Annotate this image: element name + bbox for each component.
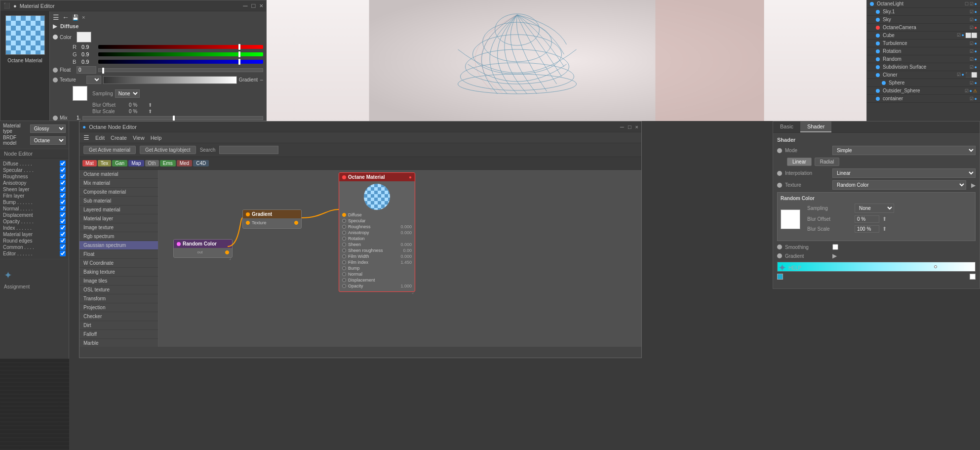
sheen-layer-checkbox[interactable]	[60, 186, 66, 192]
float-slider-thumb[interactable]	[102, 68, 104, 74]
displacement-in-port[interactable]	[342, 278, 346, 282]
random-color-out-port[interactable]	[225, 250, 229, 254]
mix-slider[interactable]	[82, 116, 263, 120]
node-list-float[interactable]: Float	[79, 250, 158, 259]
ne-minimize-button[interactable]: ─	[620, 124, 624, 130]
scene-item-cloner[interactable]: Cloner ☑ ● ⬛⬜	[867, 71, 980, 79]
roughness-channel-checkbox[interactable]	[60, 173, 66, 179]
rotation-in-port[interactable]	[342, 237, 346, 241]
b-slider[interactable]	[98, 60, 263, 64]
texture-radio[interactable]	[777, 183, 782, 188]
ne-menu-help[interactable]: Help	[151, 135, 162, 141]
node-list-material-layer[interactable]: Material layer	[79, 214, 158, 223]
radial-button[interactable]: Radial	[815, 158, 839, 166]
b-slider-thumb[interactable]	[238, 59, 240, 65]
editor-checkbox[interactable]	[60, 250, 66, 256]
specular-channel-checkbox[interactable]	[60, 167, 66, 173]
material-layer-checkbox[interactable]	[60, 231, 66, 237]
gradient-radio[interactable]	[777, 253, 782, 258]
scene-item-random[interactable]: Random ☑ ●	[867, 55, 980, 63]
get-active-material-button[interactable]: Get Active material	[83, 146, 136, 154]
sheen-roughness-in-port[interactable]	[342, 248, 346, 252]
node-list-projection[interactable]: Projection	[79, 303, 158, 312]
hamburger-menu-icon[interactable]: ☰	[83, 134, 89, 141]
node-list-composite-material[interactable]: Composite material	[79, 188, 158, 197]
mat-close-icon[interactable]: ×	[82, 14, 85, 20]
node-list-falloff[interactable]: Falloff	[79, 330, 158, 339]
mat-maximize-button[interactable]: □	[252, 2, 256, 9]
scene-item-cube[interactable]: Cube ☑ ● ⬜⬜	[867, 32, 980, 40]
scene-item-container[interactable]: container ☑ ●	[867, 95, 980, 103]
scene-item-octanelight[interactable]: OctaneLight ☐ ☑ ●	[867, 0, 980, 8]
node-list-checker[interactable]: Checker	[79, 312, 158, 321]
texture-expand-icon[interactable]: ▶	[971, 182, 976, 189]
common-checkbox[interactable]	[60, 244, 66, 250]
tab-mat[interactable]: Mat	[82, 160, 97, 166]
sp-blur-offset-input[interactable]	[855, 215, 879, 223]
ne-menu-edit[interactable]: Edit	[95, 135, 105, 141]
3d-viewport[interactable]	[267, 0, 866, 121]
sheen-in-port[interactable]	[342, 243, 346, 246]
float-input[interactable]	[77, 66, 96, 74]
gradient-out-port[interactable]	[294, 221, 298, 225]
node-list-mix-material[interactable]: Mix material	[79, 179, 158, 188]
displacement-checkbox[interactable]	[60, 212, 66, 218]
normal-in-port[interactable]	[342, 272, 346, 276]
gradient-minus-icon[interactable]: −	[260, 77, 263, 83]
diffuse-collapse-icon[interactable]: ▶	[53, 23, 57, 29]
float-slider[interactable]	[98, 68, 263, 72]
ne-maximize-button[interactable]: □	[628, 124, 631, 130]
mat-save-icon[interactable]: 💾	[72, 14, 79, 21]
scene-item-turbulence[interactable]: Turbulence ☑ ●	[867, 40, 980, 47]
node-list-osl-texture[interactable]: OSL texture	[79, 286, 158, 294]
texture-select[interactable]	[86, 76, 101, 84]
sp-blur-scale-input[interactable]	[855, 225, 879, 233]
material-type-select[interactable]: Glossy	[30, 124, 66, 133]
node-list-baking-texture[interactable]: Baking texture	[79, 268, 158, 277]
gradient-stop-left[interactable]	[777, 274, 783, 280]
gradient-position-marker[interactable]	[934, 265, 937, 268]
roughness-in-port[interactable]	[342, 225, 346, 229]
film-width-in-port[interactable]	[342, 254, 346, 258]
random-color-node[interactable]: Random Color out ⌟	[173, 239, 233, 258]
tab-oth[interactable]: Oth	[145, 160, 159, 166]
ne-close-button[interactable]: ×	[635, 124, 638, 130]
diffuse-in-port[interactable]	[342, 213, 346, 217]
node-list-image-tiles[interactable]: Image tiles	[79, 277, 158, 286]
ne-menu-view[interactable]: View	[133, 135, 145, 141]
node-list-image-texture[interactable]: Image texture	[79, 223, 158, 232]
blur-scale-stepper[interactable]: ⬆	[148, 109, 152, 114]
anisotropy-channel-checkbox[interactable]	[60, 180, 66, 186]
sp-tab-basic[interactable]: Basic	[773, 122, 800, 132]
node-list-dirt[interactable]: Dirt	[79, 321, 158, 330]
mat-back-icon[interactable]: ←	[62, 13, 69, 21]
texture-random-select[interactable]: Random Color	[832, 180, 966, 190]
scene-item-outsider-sphere[interactable]: Outsider_Sphere ☑ ● ⚠	[867, 87, 980, 95]
sampling-select[interactable]: None	[115, 89, 140, 98]
r-slider[interactable]	[98, 45, 263, 49]
search-input[interactable]	[219, 146, 278, 154]
scene-item-sphere[interactable]: Sphere ☑ ●	[867, 79, 980, 87]
mat-close-button[interactable]: ×	[259, 2, 263, 9]
gradient-stop-right[interactable]	[970, 274, 976, 280]
interpolation-select[interactable]: Linear	[832, 168, 976, 178]
node-list-rgb-spectrum[interactable]: Rgb spectrum	[79, 232, 158, 241]
node-graph-canvas[interactable]: Random Color out ⌟ Gradient	[158, 170, 641, 347]
scene-item-subdivision[interactable]: Subdivision Surface ☑ ●	[867, 63, 980, 71]
film-layer-checkbox[interactable]	[60, 193, 66, 199]
smoothing-checkbox[interactable]	[832, 244, 838, 250]
tab-gan[interactable]: Gan	[112, 160, 127, 166]
normal-checkbox[interactable]	[60, 205, 66, 211]
tab-tex[interactable]: Tex	[98, 160, 112, 166]
r-slider-thumb[interactable]	[238, 44, 240, 50]
gradient-texture-in-port[interactable]	[246, 221, 250, 225]
smoothing-radio[interactable]	[777, 245, 782, 249]
sp-blur-offset-stepper[interactable]: ⬆	[882, 216, 887, 222]
random-color-resize-handle[interactable]: ⌟	[229, 256, 231, 260]
index-checkbox[interactable]	[60, 225, 66, 231]
sp-sampling-select[interactable]: None	[855, 204, 894, 213]
sp-tab-shader[interactable]: Shader	[800, 122, 831, 132]
node-list-sub-material[interactable]: Sub material	[79, 197, 158, 205]
tab-ems[interactable]: Ems	[160, 160, 176, 166]
brdf-select[interactable]: Octane	[30, 136, 66, 145]
